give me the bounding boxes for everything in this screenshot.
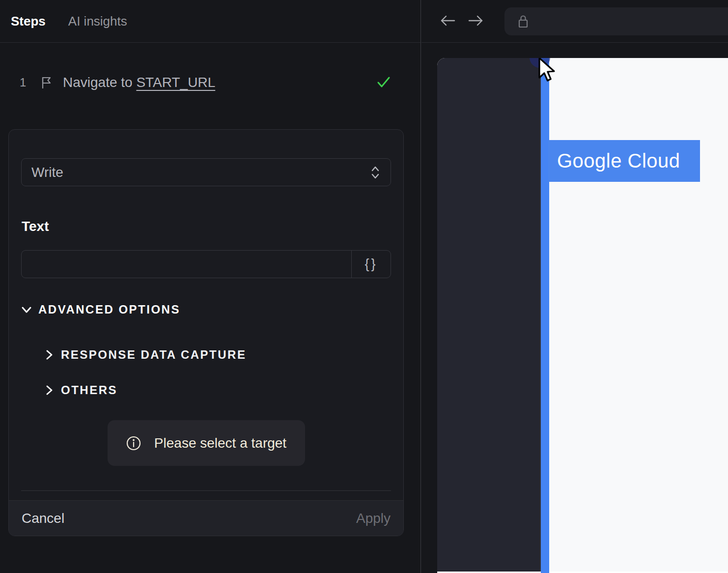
tab-ai-insights[interactable]: AI insights	[68, 14, 127, 29]
step-number: 1	[20, 76, 32, 89]
back-arrow-icon[interactable]	[439, 12, 457, 29]
chevron-updown-icon	[370, 165, 381, 180]
step-editor-card: Write Text {}	[8, 129, 404, 536]
highlighted-element[interactable]: Google Cloud	[548, 140, 700, 182]
element-highlight-strip[interactable]	[541, 58, 549, 573]
action-select-value: Write	[31, 165, 63, 180]
flag-icon	[40, 76, 53, 89]
cursor-icon	[537, 58, 560, 83]
text-input-group: {}	[21, 250, 391, 278]
text-input[interactable]	[22, 251, 351, 278]
check-icon	[376, 75, 391, 89]
page-viewport: Google Cloud	[437, 58, 728, 573]
app-root: Steps AI insights 1 Navigate to START_UR…	[0, 0, 728, 573]
browser-panel: Google Cloud	[421, 0, 728, 573]
chevron-right-icon	[44, 384, 54, 396]
select-target-notice-text: Please select a target	[154, 435, 286, 451]
highlighted-element-label: Google Cloud	[557, 150, 680, 172]
panel-tabbar: Steps AI insights	[0, 0, 420, 43]
steps-panel: Steps AI insights 1 Navigate to START_UR…	[0, 0, 421, 573]
card-divider	[21, 490, 391, 491]
insert-variable-button[interactable]: {}	[351, 251, 391, 278]
select-target-notice: Please select a target	[108, 420, 305, 466]
response-data-capture-label: RESPONSE DATA CAPTURE	[61, 348, 246, 362]
step-title-text: Navigate to	[63, 75, 136, 90]
advanced-options-label: ADVANCED OPTIONS	[38, 303, 180, 316]
step-row[interactable]: 1 Navigate to START_URL	[0, 69, 420, 96]
cancel-button[interactable]: Cancel	[22, 511, 64, 526]
page-sidebar	[437, 58, 541, 572]
browser-topbar	[421, 0, 728, 43]
advanced-options-toggle[interactable]: ADVANCED OPTIONS	[21, 303, 403, 316]
lock-icon	[517, 14, 530, 29]
others-toggle[interactable]: OTHERS	[44, 383, 403, 397]
card-footer: Cancel Apply	[9, 500, 403, 536]
url-bar[interactable]	[504, 7, 728, 35]
tab-steps[interactable]: Steps	[11, 14, 46, 29]
info-icon	[126, 435, 141, 451]
chevron-down-icon	[21, 304, 32, 315]
text-field-label: Text	[22, 219, 403, 234]
others-label: OTHERS	[61, 383, 117, 397]
response-data-capture-toggle[interactable]: RESPONSE DATA CAPTURE	[44, 348, 403, 362]
forward-arrow-icon[interactable]	[467, 12, 484, 29]
step-title: Navigate to START_URL	[63, 75, 215, 90]
apply-button[interactable]: Apply	[356, 511, 391, 526]
start-url-link[interactable]: START_URL	[136, 75, 215, 90]
action-select[interactable]: Write	[21, 158, 391, 186]
chevron-right-icon	[44, 349, 54, 361]
